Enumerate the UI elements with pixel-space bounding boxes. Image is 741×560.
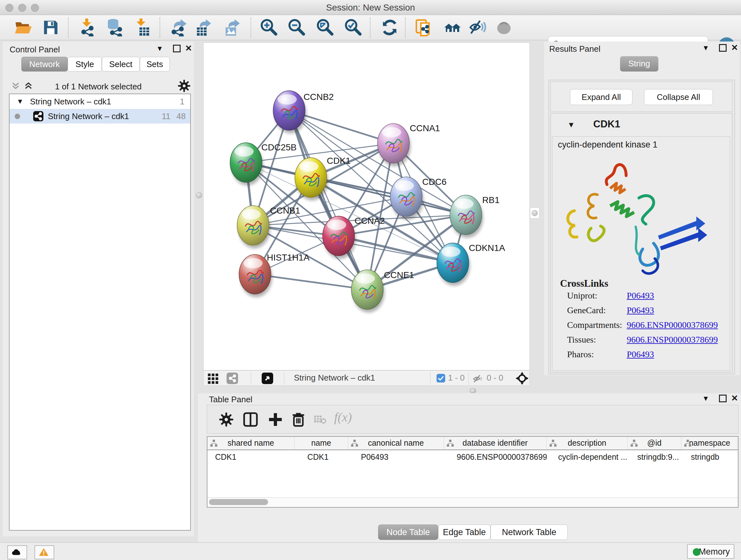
tab-node-table[interactable]: Node Table: [378, 524, 438, 540]
create-column-plus-icon[interactable]: [268, 412, 283, 427]
control-panel-menu-icon[interactable]: ▾: [158, 44, 162, 53]
network-node-label: CDK1: [327, 156, 351, 166]
export-table-icon[interactable]: [195, 18, 212, 37]
left-splitter-grip[interactable]: [196, 192, 202, 198]
cell-shared-name[interactable]: CDK1: [207, 450, 294, 463]
export-network-icon[interactable]: [170, 18, 187, 37]
cloud-button[interactable]: [7, 545, 27, 559]
export-image-icon[interactable]: [223, 18, 241, 37]
cell-database-identifier[interactable]: 9606.ENSP00000378699: [444, 450, 547, 463]
network-node-label: RB1: [482, 195, 499, 205]
node-table: shared name name canonical name database…: [207, 436, 738, 508]
network-node-RB1[interactable]: [450, 195, 483, 238]
birds-eye-view-icon[interactable]: [495, 18, 513, 37]
network-view-icon[interactable]: [226, 373, 238, 384]
right-splitter-grip[interactable]: [532, 210, 538, 216]
warning-button[interactable]: [35, 545, 54, 559]
column-header-shared-name[interactable]: shared name: [207, 437, 294, 449]
grid-view-icon[interactable]: [207, 373, 219, 384]
column-header-description[interactable]: description: [547, 437, 628, 449]
main-toolbar: ?: [0, 15, 741, 40]
tab-edge-table[interactable]: Edge Table: [438, 524, 490, 540]
show-hide-graphics-details-icon[interactable]: [469, 18, 487, 37]
network-node-CCNA1[interactable]: [378, 124, 411, 166]
cell-id[interactable]: stringdb:9...: [628, 450, 681, 463]
control-panel-close-icon[interactable]: ✕: [185, 44, 192, 53]
zoom-fit-icon[interactable]: [316, 18, 333, 37]
column-header-canonical-name[interactable]: canonical name: [348, 437, 444, 449]
tab-sets[interactable]: Sets: [140, 57, 170, 71]
clone-network-icon[interactable]: [415, 18, 433, 37]
scrollbar-thumb[interactable]: [209, 499, 268, 505]
delete-column-trash-icon[interactable]: [291, 412, 306, 427]
collapse-all-button[interactable]: Collapse All: [644, 89, 713, 105]
tab-string[interactable]: String: [620, 56, 658, 71]
cell-name[interactable]: CDK1: [294, 450, 348, 463]
select-columns-icon[interactable]: [243, 412, 258, 427]
expand-all-button[interactable]: Expand All: [570, 89, 632, 105]
import-network-file-icon[interactable]: [78, 18, 96, 37]
selected-checkbox-icon[interactable]: [436, 374, 445, 382]
status-separator: [468, 372, 469, 385]
network-options-gear-icon[interactable]: [178, 79, 191, 92]
column-header-id[interactable]: @id: [628, 437, 681, 449]
network-node-CDC25B[interactable]: [230, 143, 263, 186]
network-node-CDKN1A[interactable]: [437, 243, 470, 286]
results-panel-close-icon[interactable]: ✕: [731, 43, 738, 53]
column-header-name[interactable]: name: [294, 437, 348, 449]
crosslink-genecard-link[interactable]: P06493: [627, 305, 654, 315]
table-row[interactable]: CDK1 CDK1 P06493 9606.ENSP00000378699 cy…: [207, 450, 738, 463]
results-panel-float-icon[interactable]: [719, 44, 727, 54]
network-edge-CCNB2-CCNE1[interactable]: [289, 111, 367, 290]
tab-network[interactable]: Network: [21, 57, 68, 71]
detach-view-icon[interactable]: [262, 373, 273, 384]
network-node-CCNB2[interactable]: [273, 91, 307, 133]
cybrowser-home-icon[interactable]: [444, 18, 461, 37]
tab-network-table[interactable]: Network Table: [490, 524, 568, 540]
zoom-selected-icon[interactable]: [344, 18, 361, 37]
network-node-CCNB1[interactable]: [237, 206, 270, 248]
apply-layout-icon[interactable]: [381, 18, 399, 37]
crosslink-uniprot-link[interactable]: P06493: [627, 291, 654, 301]
column-header-database-identifier[interactable]: database identifier: [444, 437, 547, 449]
network-node-label: CDC25B: [261, 142, 296, 152]
network-tree-selected-row[interactable]: String Network – cdk1 11 48: [10, 109, 190, 124]
column-header-namespace[interactable]: namespace: [681, 437, 738, 449]
cell-description[interactable]: cyclin-dependent ...: [547, 450, 628, 463]
table-panel-menu-icon[interactable]: ▾: [704, 393, 708, 403]
crosslink-tissues-link[interactable]: 9606.ENSP00000378699: [627, 334, 718, 345]
table-panel-close-icon[interactable]: ✕: [731, 393, 738, 403]
zoom-in-icon[interactable]: [259, 18, 277, 37]
table-settings-gear-icon[interactable]: [219, 412, 234, 427]
cell-namespace[interactable]: stringdb: [681, 450, 738, 463]
memory-button[interactable]: Memory: [687, 544, 734, 559]
crosslink-pharos-link[interactable]: P06493: [627, 349, 654, 360]
section-collapse-triangle-icon[interactable]: ▼: [567, 120, 575, 129]
network-canvas[interactable]: CCNB2CCNA1CDC25BCDK1CDC6RB1CCNB1CCNA2CDK…: [203, 43, 530, 370]
status-bar: Memory: [0, 543, 741, 560]
horizontal-splitter-grip[interactable]: [470, 388, 476, 393]
right-splitter-handle[interactable]: [530, 207, 539, 219]
network-node-CCNE1[interactable]: [351, 270, 385, 313]
save-session-icon[interactable]: [42, 18, 60, 37]
network-node-CDC6[interactable]: [390, 177, 423, 220]
open-session-icon[interactable]: [14, 18, 32, 37]
table-horizontal-scrollbar[interactable]: [207, 497, 738, 507]
crosslink-compartments-link[interactable]: 9606.ENSP00000378699: [627, 320, 718, 330]
control-panel-float-icon[interactable]: [173, 45, 181, 55]
table-panel-float-icon[interactable]: [719, 395, 727, 405]
results-panel-menu-icon[interactable]: ▾: [704, 43, 708, 53]
tree-expand-triangle-icon[interactable]: ▼: [17, 94, 23, 109]
import-network-database-icon[interactable]: [106, 18, 124, 37]
cell-canonical-name[interactable]: P06493: [348, 450, 444, 463]
zoom-out-icon[interactable]: [287, 18, 305, 37]
tab-style[interactable]: Style: [68, 57, 102, 71]
tab-select[interactable]: Select: [102, 57, 140, 71]
import-table-file-icon[interactable]: [133, 18, 151, 37]
network-node-CCNA2[interactable]: [323, 216, 356, 259]
network-node-CDK1[interactable]: [295, 158, 328, 200]
table-panel: Table Panel ▾ ✕ f(x) shared name name ca…: [198, 393, 741, 542]
birds-eye-toggle-icon[interactable]: [516, 372, 529, 385]
network-tree-root-row[interactable]: ▼ String Network – cdk1 1: [10, 94, 190, 109]
hidden-eye-slash-icon[interactable]: [473, 373, 484, 385]
